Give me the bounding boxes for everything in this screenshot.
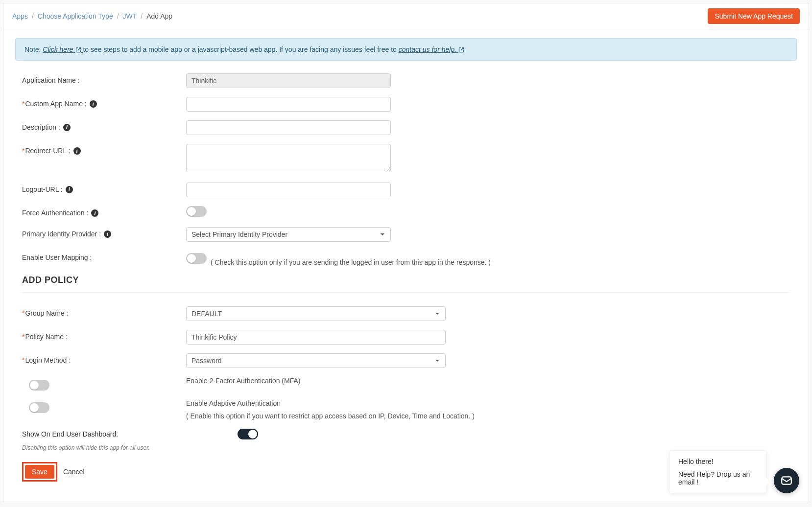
group-name-select[interactable]: DEFAULT bbox=[186, 306, 446, 321]
label-redirect-url: *Redirect-URL : i bbox=[22, 144, 186, 155]
redirect-url-input[interactable] bbox=[186, 144, 391, 172]
breadcrumb-apps[interactable]: Apps bbox=[12, 12, 28, 20]
primary-idp-select[interactable]: Select Primary Identity Provider bbox=[186, 227, 391, 242]
label-logout-url: Logout-URL : i bbox=[22, 183, 186, 193]
info-icon[interactable]: i bbox=[104, 230, 111, 238]
row-force-auth: Force Authentication : i bbox=[22, 206, 790, 218]
topbar: Apps / Choose Application Type / JWT / A… bbox=[3, 3, 809, 29]
info-icon[interactable]: i bbox=[91, 209, 98, 217]
policy-name-input[interactable] bbox=[186, 330, 446, 345]
save-button[interactable]: Save bbox=[25, 465, 54, 479]
mfa-label: Enable 2-Factor Authentication (MFA) bbox=[186, 377, 790, 385]
login-method-select[interactable]: Password bbox=[186, 353, 446, 368]
logout-url-input[interactable] bbox=[186, 183, 391, 197]
note-prefix: Note: bbox=[24, 46, 43, 53]
chat-fab[interactable] bbox=[774, 468, 799, 493]
row-redirect-url: *Redirect-URL : i bbox=[22, 144, 790, 174]
save-highlight-box: Save bbox=[22, 462, 57, 482]
label-policy-name: *Policy Name : bbox=[22, 330, 186, 341]
chat-greeting: Hello there! bbox=[678, 458, 758, 465]
application-name-input bbox=[186, 73, 391, 88]
breadcrumb: Apps / Choose Application Type / JWT / A… bbox=[12, 12, 172, 20]
row-adaptive-toggle: Enable Adaptive Authentication ( Enable … bbox=[22, 399, 790, 420]
label-primary-idp: Primary Identity Provider : i bbox=[22, 227, 186, 238]
row-primary-idp: Primary Identity Provider : i Select Pri… bbox=[22, 227, 790, 242]
mfa-toggle[interactable] bbox=[29, 380, 49, 391]
cancel-button[interactable]: Cancel bbox=[63, 468, 85, 476]
breadcrumb-separator: / bbox=[117, 12, 119, 20]
enable-mapping-hint: ( Check this option only if you are send… bbox=[211, 258, 491, 266]
label-description: Description : i bbox=[22, 120, 186, 131]
label-group-name: *Group Name : bbox=[22, 306, 186, 317]
info-note: Note: Click here to see steps to add a m… bbox=[15, 38, 797, 61]
divider bbox=[22, 292, 790, 293]
breadcrumb-jwt[interactable]: JWT bbox=[123, 12, 137, 20]
form-area: Application Name : *Custom App Name : i … bbox=[15, 73, 797, 482]
chat-widget: Hello there! Need Help? Drop us an email… bbox=[669, 450, 799, 493]
row-show-dashboard: Show On End User Dashboard: bbox=[22, 429, 790, 439]
show-dashboard-label: Show On End User Dashboard: bbox=[22, 430, 118, 438]
mail-icon bbox=[780, 474, 793, 487]
label-application-name: Application Name : bbox=[22, 73, 186, 84]
row-group-name: *Group Name : DEFAULT bbox=[22, 306, 790, 321]
adaptive-label: Enable Adaptive Authentication bbox=[186, 399, 790, 407]
external-link-icon bbox=[75, 47, 81, 53]
row-description: Description : i bbox=[22, 120, 790, 135]
label-login-method: *Login Method : bbox=[22, 353, 186, 364]
content-area: Note: Click here to see steps to add a m… bbox=[3, 29, 809, 496]
label-enable-mapping: Enable User Mapping : bbox=[22, 251, 186, 261]
info-icon[interactable]: i bbox=[73, 147, 81, 155]
breadcrumb-separator: / bbox=[32, 12, 34, 20]
enable-mapping-toggle[interactable] bbox=[186, 253, 207, 264]
chat-bubble[interactable]: Hello there! Need Help? Drop us an email… bbox=[669, 450, 767, 493]
breadcrumb-current: Add App bbox=[146, 12, 172, 20]
breadcrumb-choose-type[interactable]: Choose Application Type bbox=[38, 12, 113, 20]
info-icon[interactable]: i bbox=[63, 124, 71, 131]
row-login-method: *Login Method : Password bbox=[22, 353, 790, 368]
adaptive-auth-toggle[interactable] bbox=[29, 402, 49, 413]
submit-new-app-button[interactable]: Submit New App Request bbox=[708, 8, 800, 24]
row-logout-url: Logout-URL : i bbox=[22, 183, 790, 197]
force-auth-toggle[interactable] bbox=[186, 206, 207, 217]
svg-rect-0 bbox=[782, 477, 791, 484]
note-contact-link[interactable]: contact us for help. bbox=[399, 46, 464, 53]
label-custom-app-name: *Custom App Name : i bbox=[22, 97, 186, 108]
chat-prompt: Need Help? Drop us an email ! bbox=[678, 470, 758, 486]
row-mfa-toggle: Enable 2-Factor Authentication (MFA) bbox=[22, 377, 790, 391]
add-policy-title: ADD POLICY bbox=[22, 275, 790, 285]
info-icon[interactable]: i bbox=[66, 186, 73, 193]
external-link-icon bbox=[458, 47, 464, 53]
info-icon[interactable]: i bbox=[90, 100, 97, 108]
show-dashboard-toggle[interactable] bbox=[238, 429, 258, 439]
note-mid-text: to see steps to add a mobile app or a ja… bbox=[83, 46, 398, 53]
description-input[interactable] bbox=[186, 120, 391, 135]
row-policy-name: *Policy Name : bbox=[22, 330, 790, 345]
row-custom-app-name: *Custom App Name : i bbox=[22, 97, 790, 112]
breadcrumb-separator: / bbox=[141, 12, 143, 20]
label-force-auth: Force Authentication : i bbox=[22, 206, 186, 217]
row-enable-mapping: Enable User Mapping : ( Check this optio… bbox=[22, 251, 790, 266]
note-click-here-link[interactable]: Click here bbox=[43, 46, 83, 53]
row-application-name: Application Name : bbox=[22, 73, 790, 88]
page-container: Apps / Choose Application Type / JWT / A… bbox=[3, 3, 809, 502]
custom-app-name-input[interactable] bbox=[186, 97, 391, 112]
adaptive-hint: ( Enable this option if you want to rest… bbox=[186, 412, 790, 420]
